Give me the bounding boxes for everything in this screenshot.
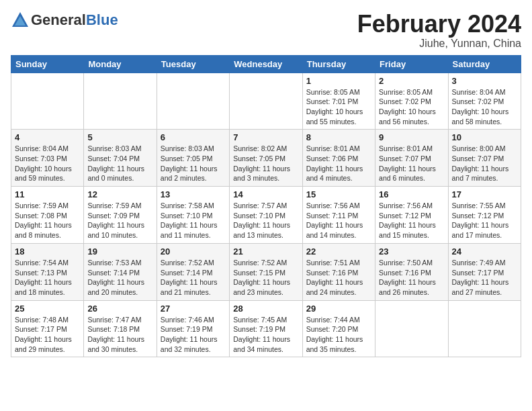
day-number: 21 [233, 246, 298, 257]
calendar-cell: 4Sunrise: 8:04 AMSunset: 7:03 PMDaylight… [11, 130, 84, 187]
day-number: 1 [306, 76, 371, 86]
day-info: Sunrise: 8:05 AMSunset: 7:01 PMDaylight:… [306, 87, 371, 127]
day-number: 29 [306, 304, 371, 314]
calendar-cell: 8Sunrise: 8:01 AMSunset: 7:06 PMDaylight… [302, 130, 375, 187]
calendar-cell: 22Sunrise: 7:51 AMSunset: 7:16 PMDayligh… [302, 243, 375, 300]
calendar-cell: 18Sunrise: 7:54 AMSunset: 7:13 PMDayligh… [11, 243, 84, 300]
day-of-week-header: Monday [84, 55, 157, 73]
day-number: 2 [379, 76, 444, 86]
day-info: Sunrise: 7:49 AMSunset: 7:17 PMDaylight:… [452, 258, 517, 298]
day-of-week-header: Friday [375, 55, 448, 73]
calendar-cell [84, 73, 157, 130]
day-number: 24 [452, 246, 517, 257]
day-number: 11 [15, 189, 80, 199]
day-of-week-header: Tuesday [157, 55, 229, 73]
calendar-cell: 13Sunrise: 7:58 AMSunset: 7:10 PMDayligh… [157, 187, 229, 244]
calendar-cell: 7Sunrise: 8:02 AMSunset: 7:05 PMDaylight… [230, 130, 302, 187]
day-number: 14 [233, 189, 298, 199]
day-info: Sunrise: 8:04 AMSunset: 7:02 PMDaylight:… [452, 87, 517, 127]
day-info: Sunrise: 8:00 AMSunset: 7:07 PMDaylight:… [452, 144, 517, 183]
calendar-cell: 6Sunrise: 8:03 AMSunset: 7:05 PMDaylight… [157, 130, 229, 187]
day-info: Sunrise: 7:50 AMSunset: 7:16 PMDaylight:… [379, 258, 444, 298]
logo-blue: Blue [86, 11, 118, 29]
day-number: 23 [379, 246, 444, 257]
day-info: Sunrise: 7:56 AMSunset: 7:11 PMDaylight:… [306, 201, 371, 240]
calendar-cell: 3Sunrise: 8:04 AMSunset: 7:02 PMDaylight… [448, 73, 521, 130]
calendar-cell: 27Sunrise: 7:46 AMSunset: 7:19 PMDayligh… [157, 300, 229, 357]
day-info: Sunrise: 8:03 AMSunset: 7:04 PMDaylight:… [87, 144, 152, 183]
day-info: Sunrise: 7:58 AMSunset: 7:10 PMDaylight:… [161, 201, 226, 240]
calendar-cell [230, 73, 302, 130]
day-number: 8 [306, 132, 371, 142]
day-info: Sunrise: 7:59 AMSunset: 7:09 PMDaylight:… [87, 201, 152, 240]
day-number: 26 [87, 304, 152, 314]
day-number: 4 [15, 132, 80, 142]
day-number: 10 [452, 132, 517, 142]
day-info: Sunrise: 7:53 AMSunset: 7:14 PMDaylight:… [87, 258, 152, 298]
logo-general: General [31, 11, 86, 29]
calendar-week-row: 4Sunrise: 8:04 AMSunset: 7:03 PMDaylight… [11, 130, 521, 187]
title-area: February 2024 Jiuhe, Yunnan, China [357, 11, 521, 50]
calendar-week-row: 25Sunrise: 7:48 AMSunset: 7:17 PMDayligh… [11, 300, 521, 357]
day-number: 12 [87, 189, 152, 199]
calendar-cell: 24Sunrise: 7:49 AMSunset: 7:17 PMDayligh… [448, 243, 521, 300]
day-number: 3 [452, 76, 517, 86]
day-number: 9 [379, 132, 444, 142]
calendar-cell: 10Sunrise: 8:00 AMSunset: 7:07 PMDayligh… [448, 130, 521, 187]
calendar-cell: 15Sunrise: 7:56 AMSunset: 7:11 PMDayligh… [302, 187, 375, 244]
day-info: Sunrise: 7:55 AMSunset: 7:12 PMDaylight:… [452, 201, 517, 240]
calendar-cell [157, 73, 229, 130]
day-info: Sunrise: 7:51 AMSunset: 7:16 PMDaylight:… [306, 258, 371, 298]
calendar-cell: 23Sunrise: 7:50 AMSunset: 7:16 PMDayligh… [375, 243, 448, 300]
page-header: GeneralBlue February 2024 Jiuhe, Yunnan,… [11, 11, 521, 50]
calendar-cell: 25Sunrise: 7:48 AMSunset: 7:17 PMDayligh… [11, 300, 84, 357]
calendar-cell: 17Sunrise: 7:55 AMSunset: 7:12 PMDayligh… [448, 187, 521, 244]
calendar-cell [448, 300, 521, 357]
day-info: Sunrise: 7:44 AMSunset: 7:20 PMDaylight:… [306, 315, 371, 355]
day-number: 25 [15, 304, 80, 314]
day-of-week-header: Saturday [448, 55, 521, 73]
calendar-cell: 14Sunrise: 7:57 AMSunset: 7:10 PMDayligh… [230, 187, 302, 244]
logo-icon [11, 11, 30, 30]
calendar-cell: 11Sunrise: 7:59 AMSunset: 7:08 PMDayligh… [11, 187, 84, 244]
day-info: Sunrise: 7:59 AMSunset: 7:08 PMDaylight:… [15, 201, 80, 240]
calendar-week-row: 18Sunrise: 7:54 AMSunset: 7:13 PMDayligh… [11, 243, 521, 300]
logo: GeneralBlue [11, 11, 118, 30]
day-of-week-header: Sunday [11, 55, 84, 73]
day-info: Sunrise: 7:47 AMSunset: 7:18 PMDaylight:… [87, 315, 152, 355]
day-info: Sunrise: 8:03 AMSunset: 7:05 PMDaylight:… [161, 144, 226, 183]
calendar-cell: 1Sunrise: 8:05 AMSunset: 7:01 PMDaylight… [302, 73, 375, 130]
day-info: Sunrise: 8:01 AMSunset: 7:07 PMDaylight:… [379, 144, 444, 183]
day-info: Sunrise: 7:57 AMSunset: 7:10 PMDaylight:… [233, 201, 298, 240]
day-of-week-header: Wednesday [230, 55, 302, 73]
day-info: Sunrise: 7:52 AMSunset: 7:15 PMDaylight:… [233, 258, 298, 298]
location: Jiuhe, Yunnan, China [357, 38, 521, 50]
day-info: Sunrise: 8:01 AMSunset: 7:06 PMDaylight:… [306, 144, 371, 183]
calendar-header-row: SundayMondayTuesdayWednesdayThursdayFrid… [11, 55, 521, 73]
day-number: 17 [452, 189, 517, 199]
calendar-week-row: 1Sunrise: 8:05 AMSunset: 7:01 PMDaylight… [11, 73, 521, 130]
day-number: 16 [379, 189, 444, 199]
calendar-week-row: 11Sunrise: 7:59 AMSunset: 7:08 PMDayligh… [11, 187, 521, 244]
day-number: 19 [87, 246, 152, 257]
day-info: Sunrise: 7:54 AMSunset: 7:13 PMDaylight:… [15, 258, 80, 298]
day-number: 13 [161, 189, 226, 199]
day-info: Sunrise: 7:52 AMSunset: 7:14 PMDaylight:… [161, 258, 226, 298]
day-number: 6 [161, 132, 226, 142]
calendar-cell: 28Sunrise: 7:45 AMSunset: 7:19 PMDayligh… [230, 300, 302, 357]
day-number: 27 [161, 304, 226, 314]
day-number: 20 [161, 246, 226, 257]
calendar-cell: 12Sunrise: 7:59 AMSunset: 7:09 PMDayligh… [84, 187, 157, 244]
calendar-cell [375, 300, 448, 357]
day-info: Sunrise: 8:04 AMSunset: 7:03 PMDaylight:… [15, 144, 80, 183]
month-title: February 2024 [357, 11, 521, 38]
day-number: 22 [306, 246, 371, 257]
day-info: Sunrise: 8:02 AMSunset: 7:05 PMDaylight:… [233, 144, 298, 183]
day-of-week-header: Thursday [302, 55, 375, 73]
day-info: Sunrise: 7:46 AMSunset: 7:19 PMDaylight:… [161, 315, 226, 355]
calendar-cell: 21Sunrise: 7:52 AMSunset: 7:15 PMDayligh… [230, 243, 302, 300]
calendar-cell: 9Sunrise: 8:01 AMSunset: 7:07 PMDaylight… [375, 130, 448, 187]
calendar-cell: 16Sunrise: 7:56 AMSunset: 7:12 PMDayligh… [375, 187, 448, 244]
calendar-cell: 26Sunrise: 7:47 AMSunset: 7:18 PMDayligh… [84, 300, 157, 357]
day-info: Sunrise: 8:05 AMSunset: 7:02 PMDaylight:… [379, 87, 444, 127]
